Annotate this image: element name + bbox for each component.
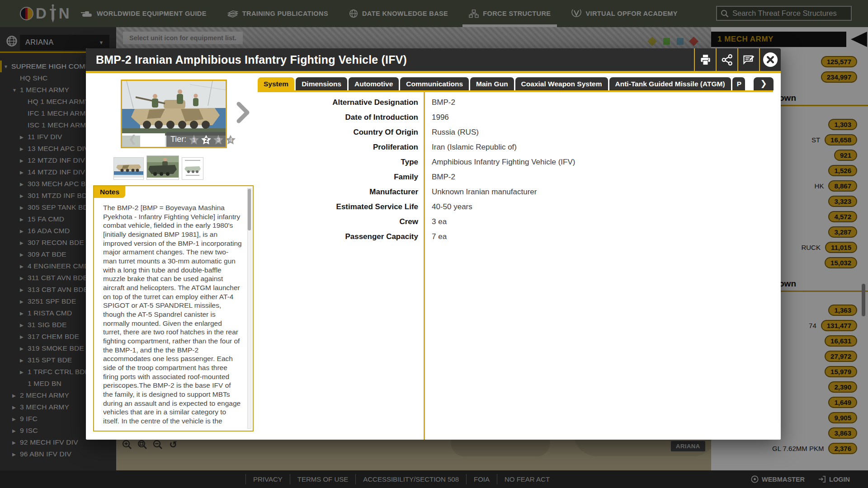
field-label: Estimated Service Life <box>258 202 418 211</box>
tier-star-icon[interactable]: 1 <box>189 134 199 145</box>
detail-pane: SystemDimensionsAutomotiveCommunications… <box>258 73 774 440</box>
odin-force-structure-screen: D N WORLDWIDE EQUIPMENT GUIDE <box>0 0 868 488</box>
print-button[interactable] <box>695 48 716 71</box>
field-value: 40-50 years <box>418 202 472 211</box>
modal-toolbar <box>694 48 781 71</box>
notes-scrollbar[interactable] <box>247 188 251 429</box>
tier-star-icon[interactable]: 4 <box>225 134 236 145</box>
carousel-thumbnails <box>113 155 203 180</box>
tier-stars: 1 2 3 <box>189 134 236 145</box>
notes-panel: Notes The BMP-2 [BMP = Boyevaya Mashina … <box>93 185 254 432</box>
detail-tab[interactable]: Dimensions <box>296 77 347 90</box>
carousel-next-icon[interactable] <box>236 101 250 124</box>
modal-title: BMP-2 Iranian Amphibious Infantry Fighti… <box>86 53 407 66</box>
tier-bar: Tier: 1 2 <box>166 132 226 147</box>
tier-label: Tier: <box>170 135 186 144</box>
field-label: Date of Introduction <box>258 113 418 122</box>
tabs-next-button[interactable]: ❯ <box>754 77 774 90</box>
field-value: 7 ea <box>418 232 447 241</box>
modal-body: ❮ Tier: 1 <box>86 73 781 440</box>
print-icon <box>699 54 712 66</box>
field-label: Country Of Origin <box>258 128 418 137</box>
field-value: BMP-2 <box>418 98 455 107</box>
field-value: Russia (RUS) <box>418 128 479 137</box>
thumbnail[interactable] <box>146 155 179 180</box>
field-row: Manufacturer Unknown Iranian manufacture… <box>258 184 774 199</box>
comment-icon <box>742 53 755 66</box>
detail-tab[interactable]: Coaxial Weapon System <box>515 77 608 90</box>
equipment-detail-modal: BMP-2 Iranian Amphibious Infantry Fighti… <box>86 48 781 440</box>
tier-star-icon[interactable]: 2 <box>201 134 212 145</box>
close-icon <box>763 52 778 67</box>
field-label: Proliferation <box>258 143 418 152</box>
field-label: Crew <box>258 217 418 226</box>
field-table: Alternative Designation BMP-2 Date of In… <box>258 95 774 244</box>
vehicle-photo[interactable]: ❮ Tier: 1 <box>121 80 227 148</box>
field-label: Family <box>258 173 418 182</box>
field-row: Date of Introduction 1996 <box>258 110 774 125</box>
detail-tabs: SystemDimensionsAutomotiveCommunications… <box>258 77 773 90</box>
field-value: Unknown Iranian manufacturer <box>418 188 537 197</box>
field-row: Passenger Capacity 7 ea <box>258 229 774 244</box>
field-row: Proliferation Iran (Islamic Republic of) <box>258 140 774 155</box>
detail-tab[interactable]: System <box>258 77 294 90</box>
notes-text: The BMP-2 [BMP = Boyevaya Mashina Pyekho… <box>103 203 242 427</box>
notes-scrollbar-thumb[interactable] <box>248 189 251 230</box>
field-value: 3 ea <box>418 217 447 226</box>
field-label: Type <box>258 158 418 167</box>
share-icon <box>721 54 733 66</box>
field-row: Country Of Origin Russia (RUS) <box>258 125 774 140</box>
detail-tab[interactable]: Automotive <box>349 77 399 90</box>
share-button[interactable] <box>717 48 737 71</box>
field-label: Alternative Designation <box>258 98 418 107</box>
notes-label: Notes <box>94 186 125 198</box>
field-value: 1996 <box>418 113 449 122</box>
detail-tab[interactable]: Main Gun <box>470 77 514 90</box>
thumbnail[interactable] <box>182 157 203 180</box>
thumbnail[interactable] <box>113 157 144 180</box>
carousel-prev-icon[interactable]: ❮ <box>128 133 137 145</box>
detail-tab[interactable]: Anti-Tank Guided Missile (ATGM) <box>609 77 731 90</box>
field-row: Alternative Designation BMP-2 <box>258 95 774 110</box>
field-row: Family BMP-2 <box>258 169 774 184</box>
modal-titlebar: BMP-2 Iranian Amphibious Infantry Fighti… <box>86 48 781 71</box>
field-row: Estimated Service Life 40-50 years <box>258 199 774 214</box>
field-value: Amphibious Infantry Fighting Vehicle (IF… <box>418 158 575 167</box>
field-value: BMP-2 <box>418 173 455 182</box>
tier-star-icon[interactable]: 3 <box>213 134 224 145</box>
field-row: Crew 3 ea <box>258 214 774 229</box>
field-row: Type Amphibious Infantry Fighting Vehicl… <box>258 155 774 169</box>
tabs-underline <box>258 90 773 92</box>
detail-tab[interactable]: P <box>732 77 745 90</box>
comment-button[interactable] <box>738 48 759 71</box>
field-label: Passenger Capacity <box>258 232 418 241</box>
field-value: Iran (Islamic Republic of) <box>418 143 517 152</box>
close-button[interactable] <box>760 48 781 71</box>
field-label: Manufacturer <box>258 188 418 197</box>
detail-tab[interactable]: Communications <box>400 77 469 90</box>
